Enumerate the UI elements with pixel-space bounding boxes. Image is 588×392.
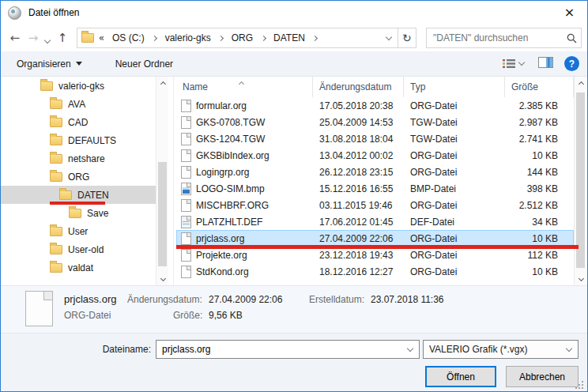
forward-button[interactable]: → <box>24 32 42 44</box>
details-file-name: prjclass.org <box>64 293 116 305</box>
scrollbar-thumb[interactable] <box>158 162 167 266</box>
breadcrumb-separator-icon[interactable] <box>311 36 319 40</box>
organize-label: Organisieren <box>17 58 71 70</box>
file-row[interactable]: PLATZHLT.DEF17.06.2012 01:45DEF-Datei34 … <box>176 213 574 230</box>
up-button[interactable]: ↑ <box>53 32 71 44</box>
file-name: prjclass.org <box>196 233 244 244</box>
file-date-cell: 17.05.2018 20:38 <box>313 100 404 111</box>
file-type-cell: ORG-Datei <box>404 100 505 111</box>
tree-item-label: DATEN <box>77 190 109 201</box>
file-row[interactable]: GKSBibIndex.org13.04.2012 00:02ORG-Datei… <box>176 147 574 164</box>
tree-item-save[interactable]: Save <box>1 204 156 222</box>
breadcrumb-separator-icon[interactable] <box>259 36 267 40</box>
file-name: GKS-0708.TGW <box>196 117 265 128</box>
file-size-cell: 10 KB <box>505 150 574 161</box>
address-dropdown-icon[interactable] <box>380 28 398 47</box>
tree-item-valerio-gks[interactable]: valerio-gks <box>1 77 156 95</box>
tree-item-valdat[interactable]: valdat <box>1 258 156 277</box>
file-name: Logingrp.org <box>196 167 249 178</box>
close-icon[interactable]: × <box>552 1 587 24</box>
file-row[interactable]: StdKond.org18.12.2016 12:27ORG-Datei10 K… <box>176 263 574 280</box>
file-row[interactable]: Projekte.org23.12.2018 19:43ORG-Datei112… <box>176 247 574 263</box>
file-row[interactable]: GKS-0708.TGW25.04.2009 14:53TGW-Datei2.9… <box>176 114 574 130</box>
scroll-down-icon[interactable] <box>156 273 169 285</box>
tree-item-label: AVA <box>68 99 85 110</box>
file-size-cell: 10 KB <box>505 266 574 277</box>
column-header-änderungsdatum[interactable]: Änderungsdatum <box>313 77 404 97</box>
breadcrumb-separator-icon[interactable] <box>151 36 159 40</box>
file-icon <box>181 183 191 195</box>
breadcrumb-overflow[interactable]: « <box>99 32 104 43</box>
search-icon[interactable] <box>562 33 581 43</box>
breadcrumb-segment[interactable]: DATEN <box>267 32 311 43</box>
tree-item-netshare[interactable]: netshare <box>1 149 156 168</box>
new-folder-button[interactable]: Neuer Ordner <box>107 55 181 74</box>
column-header-typ[interactable]: Typ <box>404 77 505 97</box>
tree-item-ava[interactable]: AVA <box>1 95 156 113</box>
column-header-label: Größe <box>511 81 538 92</box>
tree-item-user[interactable]: User <box>1 222 156 240</box>
breadcrumb-separator-icon[interactable] <box>217 36 225 40</box>
file-row[interactable]: Logingrp.org26.12.2018 23:15ORG-Datei144… <box>176 164 574 180</box>
breadcrumb-segment[interactable]: ORG <box>225 32 259 43</box>
title-bar: Datei öffnen × <box>1 1 587 24</box>
details-created-label: Erstelldatum: <box>309 294 364 305</box>
back-button[interactable]: ← <box>6 32 24 44</box>
organize-button[interactable]: Organisieren <box>9 55 90 74</box>
filetype-dropdown[interactable]: VALERIO Grafik (*.vgx) <box>423 340 579 359</box>
view-mode-button[interactable] <box>499 57 527 70</box>
chevron-down-icon <box>76 62 82 66</box>
tree-item-org[interactable]: ORG <box>1 168 156 186</box>
tree-item-cad[interactable]: CAD <box>1 113 156 131</box>
tree-item-label: User <box>68 226 88 237</box>
file-row[interactable]: formular.org17.05.2018 20:38ORG-Datei2.3… <box>176 97 574 114</box>
cancel-button[interactable]: Abbrechen <box>506 366 579 387</box>
scrollbar-thumb[interactable] <box>576 92 585 268</box>
view-mode-dropdown-icon[interactable] <box>518 59 525 66</box>
chevron-down-icon[interactable] <box>401 341 419 358</box>
filename-combobox[interactable] <box>156 340 420 359</box>
search-box[interactable] <box>426 28 582 48</box>
tree-item-user-old[interactable]: User-old <box>1 240 156 258</box>
file-date-cell: 31.08.2018 18:04 <box>313 134 404 145</box>
sidebar-scrollbar[interactable] <box>156 77 168 285</box>
column-header-name[interactable]: Name <box>176 77 313 97</box>
column-header-label: Name <box>183 81 208 92</box>
scroll-up-icon[interactable] <box>156 77 169 89</box>
details-created-value: 23.07.2018 11:36 <box>371 294 444 305</box>
tree-item-label: valerio-gks <box>58 81 104 92</box>
folder-icon <box>50 172 62 182</box>
refresh-icon[interactable]: ↻ <box>398 28 416 48</box>
list-scrollbar[interactable] <box>574 77 586 285</box>
file-name-cell: prjclass.org <box>176 232 313 245</box>
open-button[interactable]: Öffnen <box>425 366 496 387</box>
help-icon[interactable]: ? <box>564 56 579 71</box>
resize-grip-icon[interactable] <box>575 387 577 389</box>
tree-item-daten[interactable]: DATEN <box>1 186 156 204</box>
file-size-cell: 2.741 KB <box>505 134 574 145</box>
preview-pane-button[interactable] <box>538 57 553 70</box>
dialog-footer: Dateiname: VALERIO Grafik (*.vgx) Öffnen… <box>1 333 587 392</box>
file-row[interactable]: prjclass.org27.04.2009 22:06ORG-Datei10 … <box>176 230 574 247</box>
open-button-label: Öffnen <box>447 371 475 383</box>
file-row[interactable]: MISCHBRF.ORG03.11.2015 19:46ORG-Datei2.5… <box>176 197 574 213</box>
breadcrumb-segment[interactable]: valerio-gks <box>159 32 217 43</box>
breadcrumb-segment[interactable]: OS (C:) <box>106 32 151 43</box>
scroll-down-icon[interactable] <box>575 273 587 285</box>
column-header-label: Typ <box>410 81 425 92</box>
file-date-cell: 25.04.2009 14:53 <box>313 117 404 128</box>
history-dropdown-icon[interactable] <box>43 32 54 44</box>
details-view-icon <box>503 58 516 69</box>
filename-input[interactable] <box>156 344 401 355</box>
tree-item-defaults[interactable]: DEFAULTS <box>1 131 156 149</box>
file-row[interactable]: LOGO-SIM.bmp15.12.2016 16:55BMP-Datei398… <box>176 180 574 197</box>
address-bar[interactable]: « OS (C:)valerio-gksORGDATEN <box>77 28 398 48</box>
toolbar-right-group: ? <box>499 56 579 71</box>
search-input[interactable] <box>427 32 562 43</box>
file-name-cell: LOGO-SIM.bmp <box>176 183 313 195</box>
column-header-größe[interactable]: Größe <box>505 77 574 97</box>
file-row[interactable]: GKS-1204.TGW31.08.2018 18:04TGW-Datei2.7… <box>176 130 574 147</box>
scroll-up-icon[interactable] <box>575 77 587 89</box>
file-date-cell: 03.11.2015 19:46 <box>313 200 404 211</box>
file-name: formular.org <box>196 100 247 111</box>
